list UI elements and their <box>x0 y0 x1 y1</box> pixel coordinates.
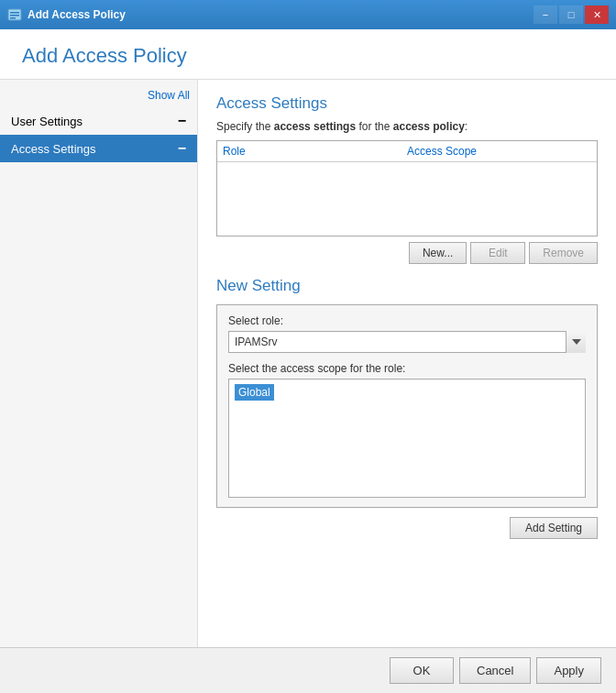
select-scope-label: Select the access scope for the role: <box>228 362 586 375</box>
access-settings-title: Access Settings <box>216 94 598 113</box>
add-setting-row: Add Setting <box>216 517 598 539</box>
title-bar-left: Add Access Policy <box>7 7 126 22</box>
sidebar-item-user-settings-collapse[interactable]: − <box>178 114 186 128</box>
access-table: Role Access Scope <box>216 140 598 236</box>
svg-rect-2 <box>10 15 19 16</box>
scope-item-global[interactable]: Global <box>235 384 274 401</box>
ok-button[interactable]: OK <box>390 657 454 684</box>
title-bar-text: Add Access Policy <box>28 8 126 21</box>
add-setting-button[interactable]: Add Setting <box>510 517 598 539</box>
desc-text1: Specify the <box>216 120 274 133</box>
sidebar: Show All User Settings − Access Settings… <box>0 80 197 647</box>
minimize-button[interactable]: − <box>534 6 557 24</box>
app-icon <box>7 7 22 22</box>
cancel-button[interactable]: Cancel <box>459 657 531 684</box>
col-role-header: Role <box>223 145 407 158</box>
access-table-body[interactable] <box>217 162 597 236</box>
apply-button[interactable]: Apply <box>536 657 601 684</box>
new-setting-box: Select role: IPAMSrv Select the access s… <box>216 304 598 508</box>
role-select-wrapper: IPAMSrv <box>228 331 586 353</box>
title-bar: Add Access Policy − □ ✕ <box>0 0 616 29</box>
edit-button[interactable]: Edit <box>470 242 525 264</box>
new-setting-section: New Setting Select role: IPAMSrv Select … <box>216 277 598 539</box>
access-table-header: Role Access Scope <box>217 141 597 162</box>
remove-button[interactable]: Remove <box>529 242 598 264</box>
header-area: Add Access Policy <box>0 29 616 80</box>
main-container: Add Access Policy Show All User Settings… <box>0 29 616 693</box>
col-scope-header: Access Scope <box>407 145 591 158</box>
page-title: Add Access Policy <box>22 44 594 68</box>
content-area: Show All User Settings − Access Settings… <box>0 80 616 647</box>
role-select[interactable]: IPAMSrv <box>228 331 586 353</box>
new-button[interactable]: New... <box>409 242 467 264</box>
sidebar-item-access-settings[interactable]: Access Settings − <box>0 135 197 162</box>
new-setting-title: New Setting <box>216 277 598 295</box>
sidebar-item-access-settings-collapse[interactable]: − <box>178 141 186 156</box>
svg-rect-3 <box>10 17 16 19</box>
access-settings-desc: Specify the access settings for the acce… <box>216 120 598 133</box>
sidebar-item-access-settings-label: Access Settings <box>11 142 96 156</box>
desc-text3: : <box>465 120 468 133</box>
close-button[interactable]: ✕ <box>585 6 609 24</box>
sidebar-item-user-settings[interactable]: User Settings − <box>0 107 197 135</box>
maximize-button[interactable]: □ <box>559 6 583 24</box>
svg-rect-1 <box>10 12 19 14</box>
desc-text2: for the <box>356 120 393 133</box>
desc-bold1: access settings <box>274 120 356 133</box>
title-bar-controls: − □ ✕ <box>534 6 609 24</box>
access-table-buttons: New... Edit Remove <box>216 242 598 264</box>
access-settings-section: Access Settings Specify the access setti… <box>216 94 598 264</box>
show-all-link[interactable]: Show All <box>0 87 197 107</box>
scope-list[interactable]: Global <box>228 379 586 498</box>
footer: OK Cancel Apply <box>0 647 616 693</box>
desc-bold2: access policy <box>393 120 465 133</box>
right-panel: Access Settings Specify the access setti… <box>197 80 616 647</box>
sidebar-item-user-settings-label: User Settings <box>11 115 82 128</box>
select-role-label: Select role: <box>228 314 586 327</box>
